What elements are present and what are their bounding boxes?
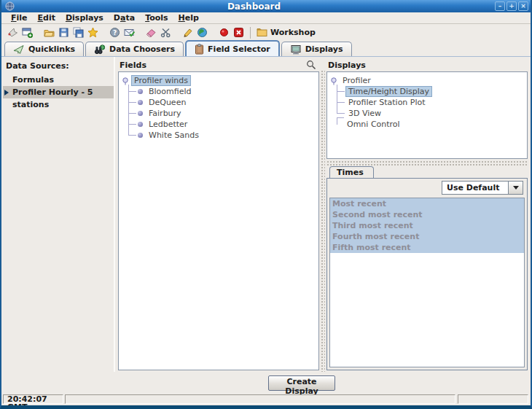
tab-label: Field Selector	[208, 44, 270, 54]
menu-bar: File Edit Displays Data Tools Help	[1, 12, 531, 24]
tree-node-label: 3D View	[346, 109, 383, 118]
time-list-item[interactable]: Most recent	[330, 198, 524, 209]
tree-node-station[interactable]: White Sands	[122, 130, 318, 141]
dashboard-window: Dashboard – + × File Edit Displays Data …	[0, 0, 532, 409]
tab-label: Displays	[305, 44, 343, 54]
open-folder-icon[interactable]	[43, 27, 55, 39]
fields-header: Fields	[117, 57, 321, 71]
tab-label: Quicklinks	[28, 44, 75, 54]
tree-node-profiler[interactable]: Profiler	[330, 75, 527, 86]
tree-node-label: Omni Control	[345, 120, 402, 129]
globe-icon[interactable]	[196, 27, 208, 39]
tree-expanded-handle-icon[interactable]	[330, 77, 339, 85]
favorites-star-icon[interactable]	[87, 27, 98, 39]
menu-displays[interactable]: Displays	[60, 12, 109, 23]
tree-expanded-handle-icon[interactable]	[122, 77, 130, 85]
binoculars-globe-icon	[94, 44, 106, 55]
time-list-item[interactable]: Fourth most recent	[330, 231, 524, 242]
svg-text:?: ?	[112, 29, 116, 36]
minimize-button[interactable]: –	[495, 1, 505, 11]
monitor-icon	[290, 44, 302, 55]
eraser-icon[interactable]	[145, 27, 157, 39]
leaf-bullet-icon	[138, 133, 143, 138]
time-list-item[interactable]: Second most recent	[330, 209, 524, 220]
displays-header: Displays	[325, 57, 529, 71]
data-source-label: Profiler Hourly - 5 stations	[12, 87, 93, 109]
toolbar-separator	[250, 27, 251, 39]
help-icon[interactable]: ?	[109, 27, 120, 39]
tab-field-selector[interactable]: Field Selector	[185, 40, 280, 56]
displays-panel: Displays Profiler Time/Height Display Pr…	[325, 57, 529, 372]
title-bar: Dashboard – + ×	[1, 0, 531, 12]
tree-node-label: DeQueen	[146, 98, 188, 107]
tree-node-profiler-winds[interactable]: Profiler winds	[122, 75, 318, 86]
tree-node-station[interactable]: Bloomfield	[122, 86, 318, 97]
tree-node-display-type[interactable]: Time/Height Display	[330, 86, 527, 97]
horizontal-splitter[interactable]	[326, 160, 528, 165]
leaf-bullet-icon	[138, 100, 143, 105]
displays-header-label: Displays	[328, 61, 366, 70]
tree-node-station[interactable]: DeQueen	[122, 97, 318, 108]
data-source-profiler-hourly[interactable]: Profiler Hourly - 5 stations	[3, 86, 114, 98]
tree-node-label: Profiler	[340, 76, 373, 85]
fields-panel: Fields Profiler winds Bloomfield	[117, 57, 321, 372]
window-title: Dashboard	[15, 1, 493, 12]
menu-data[interactable]: Data	[109, 12, 140, 23]
tree-node-display-type[interactable]: Profiler Station Plot	[330, 97, 527, 108]
workshop-label: Workshop	[270, 28, 316, 37]
new-window-icon[interactable]	[21, 27, 33, 39]
tree-node-omni-control[interactable]: Omni Control	[330, 119, 527, 130]
workshop-button[interactable]: Workshop	[257, 27, 316, 38]
tree-node-display-type[interactable]: 3D View	[330, 108, 527, 119]
time-list-item[interactable]: Third most recent	[330, 220, 524, 231]
close-button[interactable]: ×	[518, 1, 528, 11]
tree-node-label: Ledbetter	[146, 120, 189, 129]
pointer-icon[interactable]	[7, 27, 18, 39]
mail-check-icon[interactable]	[123, 27, 135, 39]
clipboard-icon	[195, 44, 204, 55]
times-tab-label: Times	[337, 168, 364, 177]
tab-displays[interactable]: Displays	[281, 42, 352, 56]
tab-times[interactable]: Times	[329, 166, 374, 178]
save-icon[interactable]	[58, 27, 69, 39]
search-icon[interactable]	[306, 60, 316, 70]
tab-label: Data Choosers	[109, 44, 175, 54]
times-list: Most recent Second most recent Third mos…	[329, 198, 525, 367]
menu-edit[interactable]: Edit	[33, 12, 60, 23]
create-display-button[interactable]: Create Display	[268, 375, 335, 391]
data-source-formulas[interactable]: Formulas	[3, 74, 114, 86]
stop-close-icon[interactable]	[232, 27, 244, 39]
selected-arrow-icon	[4, 90, 9, 96]
combobox-arrow-button[interactable]	[508, 182, 523, 194]
data-source-label: Formulas	[12, 75, 54, 85]
field-selector-content: Data Sources: Formulas Profiler Hourly -…	[1, 57, 531, 372]
scissors-icon[interactable]	[160, 27, 171, 39]
maximize-button[interactable]: +	[506, 1, 517, 11]
app-globe-icon	[5, 1, 15, 11]
record-icon[interactable]	[218, 27, 230, 39]
save-as-icon[interactable]	[72, 27, 84, 39]
tree-node-label: Profiler Station Plot	[346, 98, 428, 107]
pencil-icon[interactable]	[181, 27, 193, 39]
menu-tools[interactable]: Tools	[140, 12, 173, 23]
tree-node-label: Time/Height Display	[346, 87, 431, 96]
quicklinks-icon	[13, 44, 25, 55]
tab-data-choosers[interactable]: Data Choosers	[85, 42, 184, 56]
status-clock: 20:42:07 GMT	[3, 394, 63, 404]
workshop-folder-icon	[257, 27, 267, 38]
menu-help[interactable]: Help	[173, 12, 204, 23]
time-list-item[interactable]: Fifth most recent	[330, 242, 524, 253]
tree-node-label: Fairbury	[146, 109, 184, 118]
leaf-bullet-icon	[138, 89, 143, 94]
menu-file[interactable]: File	[6, 12, 33, 23]
tree-node-station[interactable]: Ledbetter	[122, 119, 318, 130]
times-body: Use Default Most recent Second most rece…	[326, 178, 528, 370]
status-bar: 20:42:07 GMT	[1, 394, 531, 405]
times-mode-combobox[interactable]: Use Default	[442, 181, 523, 195]
main-tabs: Quicklinks Data Choosers Field Selector …	[1, 41, 531, 57]
tree-node-label: Profiler winds	[132, 76, 190, 85]
fields-tree: Profiler winds Bloomfield DeQueen	[118, 71, 319, 370]
tree-node-station[interactable]: Fairbury	[122, 108, 318, 119]
tab-quicklinks[interactable]: Quicklinks	[4, 42, 84, 56]
status-message-area	[65, 394, 455, 404]
